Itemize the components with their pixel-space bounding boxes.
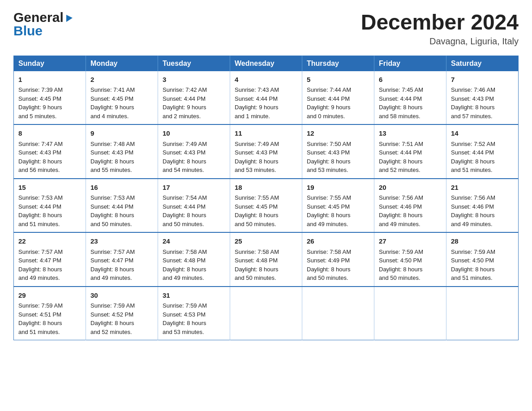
day-daylight: Daylight: 8 hours — [307, 158, 351, 165]
day-sunset: Sunset: 4:46 PM — [451, 203, 494, 210]
day-daylight2: and 56 minutes. — [18, 167, 60, 173]
calendar-day-16: 16Sunrise: 7:53 AMSunset: 4:44 PMDayligh… — [86, 179, 158, 233]
day-number: 6 — [379, 75, 442, 85]
calendar-day-15: 15Sunrise: 7:53 AMSunset: 4:44 PMDayligh… — [14, 179, 86, 233]
day-number: 7 — [451, 75, 514, 85]
day-daylight2: and 50 minutes. — [235, 274, 276, 281]
day-header-sunday: Sunday — [14, 56, 86, 71]
day-daylight2: and 50 minutes. — [90, 221, 132, 227]
day-daylight: Daylight: 8 hours — [235, 212, 279, 218]
day-daylight: Daylight: 8 hours — [163, 158, 206, 165]
day-sunrise: Sunrise: 7:49 AM — [235, 141, 279, 147]
day-daylight: Daylight: 9 hours — [18, 104, 62, 111]
day-sunrise: Sunrise: 7:59 AM — [451, 248, 495, 255]
calendar-day-8: 8Sunrise: 7:47 AMSunset: 4:43 PMDaylight… — [14, 124, 86, 179]
day-daylight2: and 51 minutes. — [451, 167, 493, 173]
day-number: 31 — [163, 291, 225, 301]
day-daylight: Daylight: 8 hours — [379, 212, 423, 218]
calendar-day-17: 17Sunrise: 7:54 AMSunset: 4:44 PMDayligh… — [158, 179, 230, 233]
day-number: 11 — [235, 128, 297, 139]
day-daylight2: and 1 minute. — [235, 113, 270, 120]
day-daylight: Daylight: 8 hours — [163, 320, 206, 326]
day-sunset: Sunset: 4:51 PM — [18, 311, 61, 318]
day-number: 30 — [90, 291, 153, 301]
calendar-day-21: 21Sunrise: 7:56 AMSunset: 4:46 PMDayligh… — [446, 179, 519, 233]
day-sunset: Sunset: 4:43 PM — [235, 149, 278, 156]
day-sunset: Sunset: 4:53 PM — [163, 311, 206, 318]
day-sunrise: Sunrise: 7:41 AM — [90, 86, 135, 93]
calendar-week-row: 29Sunrise: 7:59 AMSunset: 4:51 PMDayligh… — [14, 287, 519, 340]
calendar-day-4: 4Sunrise: 7:43 AMSunset: 4:44 PMDaylight… — [230, 71, 302, 125]
page-header: General Blue December 2024 Davagna, Ligu… — [13, 11, 519, 47]
day-header-thursday: Thursday — [302, 56, 374, 71]
day-sunrise: Sunrise: 7:44 AM — [307, 86, 351, 93]
day-daylight: Daylight: 8 hours — [90, 266, 134, 273]
day-sunset: Sunset: 4:50 PM — [451, 257, 494, 264]
day-sunrise: Sunrise: 7:59 AM — [163, 302, 207, 309]
calendar-day-23: 23Sunrise: 7:57 AMSunset: 4:47 PMDayligh… — [86, 232, 158, 287]
day-sunrise: Sunrise: 7:49 AM — [163, 141, 207, 147]
day-daylight2: and 49 minutes. — [379, 221, 420, 227]
logo-general: General — [13, 11, 64, 24]
calendar-day-28: 28Sunrise: 7:59 AMSunset: 4:50 PMDayligh… — [446, 232, 519, 287]
day-sunset: Sunset: 4:44 PM — [163, 203, 206, 210]
day-daylight: Daylight: 8 hours — [379, 158, 423, 165]
day-daylight2: and 51 minutes. — [18, 329, 60, 335]
day-sunrise: Sunrise: 7:43 AM — [235, 86, 279, 93]
day-daylight: Daylight: 8 hours — [18, 212, 62, 218]
day-header-wednesday: Wednesday — [230, 56, 302, 71]
day-daylight2: and 2 minutes. — [163, 113, 201, 120]
calendar-empty-cell — [446, 287, 519, 340]
calendar-day-14: 14Sunrise: 7:52 AMSunset: 4:44 PMDayligh… — [446, 124, 519, 179]
day-number: 23 — [90, 236, 153, 247]
calendar-day-5: 5Sunrise: 7:44 AMSunset: 4:44 PMDaylight… — [302, 71, 374, 125]
day-daylight: Daylight: 9 hours — [90, 104, 134, 111]
day-daylight: Daylight: 8 hours — [235, 266, 279, 273]
calendar-day-29: 29Sunrise: 7:59 AMSunset: 4:51 PMDayligh… — [14, 287, 86, 340]
day-number: 2 — [90, 75, 153, 85]
day-sunset: Sunset: 4:44 PM — [235, 95, 278, 102]
day-number: 5 — [307, 75, 369, 85]
day-daylight: Daylight: 9 hours — [235, 104, 279, 111]
day-daylight: Daylight: 8 hours — [307, 212, 351, 218]
day-daylight2: and 50 minutes. — [307, 274, 348, 281]
day-sunset: Sunset: 4:44 PM — [163, 95, 206, 102]
day-number: 16 — [90, 183, 153, 193]
day-sunset: Sunset: 4:45 PM — [18, 95, 61, 102]
day-daylight: Daylight: 8 hours — [90, 158, 134, 165]
page-subtitle: Davagna, Liguria, Italy — [361, 36, 519, 47]
day-number: 1 — [18, 75, 81, 85]
day-daylight: Daylight: 9 hours — [163, 104, 206, 111]
calendar-day-18: 18Sunrise: 7:55 AMSunset: 4:45 PMDayligh… — [230, 179, 302, 233]
day-number: 17 — [163, 183, 225, 193]
day-daylight2: and 49 minutes. — [163, 274, 204, 281]
calendar-week-row: 8Sunrise: 7:47 AMSunset: 4:43 PMDaylight… — [14, 124, 519, 179]
day-sunrise: Sunrise: 7:58 AM — [235, 248, 279, 255]
day-daylight2: and 49 minutes. — [90, 274, 132, 281]
day-sunset: Sunset: 4:43 PM — [18, 149, 61, 156]
day-sunrise: Sunrise: 7:59 AM — [379, 248, 423, 255]
day-daylight: Daylight: 8 hours — [18, 320, 62, 326]
day-daylight: Daylight: 8 hours — [163, 266, 206, 273]
day-number: 18 — [235, 183, 297, 193]
day-number: 4 — [235, 75, 297, 85]
calendar-day-25: 25Sunrise: 7:58 AMSunset: 4:48 PMDayligh… — [230, 232, 302, 287]
page-title: December 2024 — [361, 11, 519, 34]
day-daylight2: and 4 minutes. — [90, 113, 129, 120]
calendar-day-11: 11Sunrise: 7:49 AMSunset: 4:43 PMDayligh… — [230, 124, 302, 179]
logo-blue: Blue — [13, 24, 43, 38]
day-daylight2: and 51 minutes. — [451, 274, 493, 281]
day-sunset: Sunset: 4:43 PM — [307, 149, 350, 156]
day-number: 3 — [163, 75, 225, 85]
day-number: 10 — [163, 128, 225, 139]
day-header-friday: Friday — [374, 56, 446, 71]
day-header-tuesday: Tuesday — [158, 56, 230, 71]
day-sunset: Sunset: 4:44 PM — [90, 203, 133, 210]
day-sunrise: Sunrise: 7:59 AM — [90, 302, 135, 309]
calendar-day-19: 19Sunrise: 7:55 AMSunset: 4:45 PMDayligh… — [302, 179, 374, 233]
day-sunset: Sunset: 4:45 PM — [235, 203, 278, 210]
day-daylight2: and 5 minutes. — [18, 113, 56, 120]
calendar-day-10: 10Sunrise: 7:49 AMSunset: 4:43 PMDayligh… — [158, 124, 230, 179]
day-number: 15 — [18, 183, 81, 193]
title-block: December 2024 Davagna, Liguria, Italy — [361, 11, 519, 47]
